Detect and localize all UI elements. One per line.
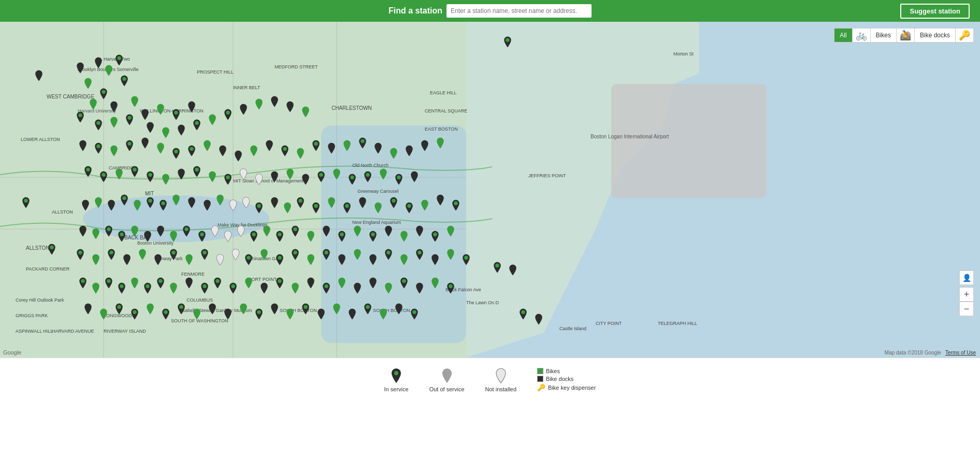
map-pin[interactable] <box>120 194 129 208</box>
map-pin[interactable] <box>213 277 222 291</box>
map-pin[interactable] <box>301 106 310 120</box>
map-pin[interactable] <box>203 199 212 214</box>
map-pin[interactable] <box>107 248 116 263</box>
map-pin[interactable] <box>169 282 178 296</box>
map-pin[interactable] <box>270 196 279 211</box>
map-pin[interactable] <box>384 225 393 239</box>
map-pin[interactable] <box>260 282 269 296</box>
map-pin[interactable] <box>109 116 119 131</box>
map-pin[interactable] <box>384 248 393 263</box>
map-pin[interactable] <box>223 108 233 123</box>
map-pin[interactable] <box>275 230 284 245</box>
map-pin[interactable] <box>184 277 194 291</box>
map-pin[interactable] <box>161 126 170 141</box>
map-pin[interactable] <box>462 253 471 268</box>
map-pin[interactable] <box>285 101 295 115</box>
map-pin[interactable] <box>146 303 155 317</box>
map-pin[interactable] <box>394 303 403 317</box>
map-pin[interactable] <box>306 230 315 245</box>
map-pin[interactable] <box>285 168 295 182</box>
map-pin[interactable] <box>306 277 315 291</box>
map-pin[interactable] <box>130 165 139 180</box>
map-pin[interactable] <box>76 62 85 76</box>
map-pin[interactable] <box>117 282 126 296</box>
map-pin[interactable] <box>379 168 388 182</box>
map-pin[interactable] <box>405 202 414 216</box>
map-pin[interactable] <box>311 139 321 154</box>
map-pin[interactable] <box>399 253 409 268</box>
map-pin[interactable] <box>143 230 152 245</box>
map-pin[interactable] <box>94 119 103 133</box>
map-pin[interactable] <box>342 202 352 216</box>
map-pin[interactable] <box>184 253 194 268</box>
map-pin[interactable] <box>363 171 372 185</box>
map-pin[interactable] <box>215 194 225 208</box>
map-pin[interactable] <box>91 253 100 268</box>
zoom-out-button[interactable]: − <box>959 302 974 316</box>
map-pin[interactable] <box>161 308 170 322</box>
map-pin[interactable] <box>171 194 181 208</box>
map-pin[interactable] <box>420 199 429 214</box>
map-pin[interactable] <box>122 253 132 268</box>
map-pin[interactable] <box>130 277 139 291</box>
map-pin[interactable] <box>262 225 271 239</box>
search-input[interactable] <box>446 4 592 18</box>
map-pin[interactable] <box>316 171 326 185</box>
map-pin[interactable] <box>208 171 217 185</box>
map-pin[interactable] <box>337 230 347 245</box>
map-pin[interactable] <box>177 303 186 317</box>
map-pin[interactable] <box>78 225 88 239</box>
map-pin[interactable] <box>311 202 321 216</box>
map-pin[interactable] <box>337 277 347 291</box>
map-pin[interactable] <box>291 248 300 263</box>
map-pin[interactable] <box>78 139 88 154</box>
map-pin[interactable] <box>146 171 155 185</box>
map-pin[interactable] <box>94 196 103 211</box>
map-pin[interactable] <box>143 282 152 296</box>
map-pin[interactable] <box>518 308 528 322</box>
map-pin[interactable] <box>234 150 243 164</box>
map-pin[interactable] <box>34 69 44 84</box>
map-pin[interactable] <box>21 196 31 211</box>
map-pin[interactable] <box>389 147 398 162</box>
map-pin[interactable] <box>76 111 85 125</box>
map-pin[interactable] <box>301 303 310 317</box>
map-pin[interactable] <box>192 119 201 133</box>
map-pin[interactable] <box>223 230 233 245</box>
map-pin[interactable] <box>109 101 119 115</box>
map-pin[interactable] <box>94 56 103 71</box>
map-pin[interactable] <box>270 171 279 185</box>
map-pin[interactable] <box>254 98 264 112</box>
map-pin[interactable] <box>130 225 139 239</box>
map-pin[interactable] <box>228 282 238 296</box>
street-view-button[interactable]: 👤 <box>959 271 974 285</box>
map-pin[interactable] <box>177 168 186 182</box>
map-pin[interactable] <box>104 277 113 291</box>
map-pin[interactable] <box>215 253 225 268</box>
map-pin[interactable] <box>399 277 409 291</box>
map-pin[interactable] <box>389 196 398 211</box>
map-pin[interactable] <box>182 225 191 239</box>
map-pin[interactable] <box>114 54 124 68</box>
map-pin[interactable] <box>291 225 300 239</box>
map-pin[interactable] <box>187 101 196 115</box>
map-pin[interactable] <box>187 196 196 211</box>
map-pin[interactable] <box>436 194 445 208</box>
map-pin[interactable] <box>275 277 284 291</box>
map-pin[interactable] <box>76 248 85 263</box>
map-pin[interactable] <box>291 282 300 296</box>
map-pin[interactable] <box>301 173 310 188</box>
map-pin[interactable] <box>89 98 98 112</box>
map-pin[interactable] <box>114 168 124 182</box>
map-pin[interactable] <box>384 282 393 296</box>
map-pin[interactable] <box>327 196 336 211</box>
map-pin[interactable] <box>156 103 165 118</box>
map-pin[interactable] <box>91 282 100 296</box>
map-pin[interactable] <box>399 230 409 245</box>
map-pin[interactable] <box>114 303 124 317</box>
map-pin[interactable] <box>493 261 502 276</box>
map-pin[interactable] <box>358 196 367 211</box>
map-pin[interactable] <box>534 313 543 328</box>
map-pin[interactable] <box>270 303 279 317</box>
map-pin[interactable] <box>280 145 290 159</box>
